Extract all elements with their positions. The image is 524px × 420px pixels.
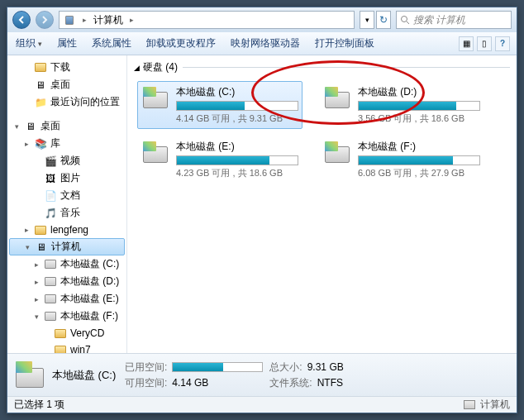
total-size-label: 总大小: bbox=[269, 360, 302, 375]
fld-icon bbox=[34, 61, 47, 74]
computer-icon bbox=[60, 13, 79, 26]
sidebar-item[interactable]: VeryCD bbox=[9, 325, 125, 341]
arrow-right-icon bbox=[40, 16, 49, 24]
used-space-bar bbox=[172, 362, 263, 372]
sidebar-item[interactable]: ▸📚库 bbox=[9, 135, 125, 152]
sidebar-item[interactable]: 🖥桌面 bbox=[9, 76, 125, 93]
drive-icon bbox=[141, 85, 169, 113]
sidebar-item-label: 下载 bbox=[50, 60, 70, 74]
breadcrumb-segment[interactable]: 计算机 bbox=[90, 13, 126, 27]
sidebar-item-label: 本地磁盘 (E:) bbox=[60, 292, 119, 306]
desk-icon: 🖥 bbox=[34, 79, 47, 92]
sidebar-item[interactable]: win7 bbox=[9, 341, 125, 353]
drive-subtext: 4.14 GB 可用 , 共 9.31 GB bbox=[176, 112, 298, 125]
sidebar-item[interactable]: 🎵音乐 bbox=[9, 204, 125, 222]
search-input[interactable]: 搜索 计算机 bbox=[396, 11, 512, 29]
chevron-right-icon: ▸ bbox=[79, 16, 90, 24]
sidebar-item[interactable]: ▾本地磁盘 (F:) bbox=[9, 308, 125, 325]
details-pane: 本地磁盘 (C:) 已用空间: 可用空间:4.14 GB 总大小:9.31 GB… bbox=[7, 353, 517, 396]
vid-icon: 🎬 bbox=[44, 155, 57, 168]
sidebar-item-label: 文档 bbox=[60, 189, 80, 203]
fld-icon bbox=[54, 343, 67, 353]
sidebar-item[interactable]: 📁最近访问的位置 bbox=[9, 93, 125, 111]
drive-icon bbox=[323, 140, 351, 168]
nav-forward-button[interactable] bbox=[36, 11, 54, 29]
sidebar-item-label: 音乐 bbox=[60, 206, 80, 220]
doc-icon: 📄 bbox=[44, 189, 57, 203]
drive-name: 本地磁盘 (C:) bbox=[176, 85, 298, 99]
drive-tile[interactable]: 本地磁盘 (E:)4.23 GB 可用 , 共 18.6 GB bbox=[137, 136, 302, 184]
toolbar: 组织 属性 系统属性 卸载或更改程序 映射网络驱动器 打开控制面板 ▦ ▯ ? bbox=[7, 32, 517, 55]
details-title: 本地磁盘 (C:) bbox=[52, 368, 118, 383]
help-button[interactable]: ? bbox=[495, 36, 510, 51]
expand-icon: ▸ bbox=[32, 278, 40, 286]
drive-name: 本地磁盘 (F:) bbox=[358, 140, 480, 154]
drive-name: 本地磁盘 (E:) bbox=[176, 140, 298, 154]
drv-icon bbox=[44, 275, 57, 289]
mus-icon: 🎵 bbox=[44, 207, 57, 220]
drive-usage-bar bbox=[176, 155, 298, 165]
drive-subtext: 3.56 GB 可用 , 共 18.6 GB bbox=[358, 112, 480, 125]
toolbar-map-network[interactable]: 映射网络驱动器 bbox=[229, 35, 302, 52]
drive-subtext: 4.23 GB 可用 , 共 18.6 GB bbox=[176, 167, 298, 179]
expand-icon: ▸ bbox=[22, 140, 31, 148]
breadcrumb[interactable]: ▸ 计算机 ▸ bbox=[59, 11, 355, 29]
drive-icon bbox=[14, 360, 45, 391]
sidebar-item-label: win7 bbox=[70, 344, 91, 353]
expand-icon: ▾ bbox=[23, 243, 31, 251]
sidebar-item[interactable]: ▾🖥桌面 bbox=[9, 117, 125, 135]
toolbar-properties[interactable]: 属性 bbox=[55, 35, 79, 52]
expand-icon: ▸ bbox=[22, 226, 31, 234]
nav-back-button[interactable] bbox=[12, 11, 31, 29]
sidebar-item-label: 桌面 bbox=[50, 78, 70, 92]
drive-usage-bar bbox=[358, 101, 480, 111]
sidebar-item-label: 本地磁盘 (D:) bbox=[60, 274, 119, 289]
refresh-button[interactable]: ↻ bbox=[376, 11, 391, 29]
sidebar-item[interactable]: ▸lengfeng bbox=[9, 222, 125, 238]
svg-point-0 bbox=[402, 17, 407, 22]
sidebar-item-label: 最近访问的位置 bbox=[50, 95, 120, 109]
toolbar-control-panel[interactable]: 打开控制面板 bbox=[313, 35, 376, 52]
filesystem-label: 文件系统: bbox=[269, 376, 312, 390]
sidebar-item-label: lengfeng bbox=[50, 224, 88, 236]
view-button[interactable]: ▦ bbox=[459, 36, 474, 51]
sidebar-item[interactable]: ▸本地磁盘 (C:) bbox=[9, 255, 125, 273]
drv-icon bbox=[44, 310, 57, 323]
free-space-value: 4.14 GB bbox=[172, 377, 208, 389]
drive-tile[interactable]: 本地磁盘 (C:)4.14 GB 可用 , 共 9.31 GB bbox=[137, 81, 302, 129]
used-space-label: 已用空间: bbox=[125, 360, 167, 375]
history-dropdown[interactable]: ▾ bbox=[360, 11, 374, 29]
expand-icon: ▾ bbox=[12, 122, 21, 131]
sidebar-item[interactable]: ▸本地磁盘 (D:) bbox=[9, 273, 125, 290]
drive-tile[interactable]: 本地磁盘 (D:)3.56 GB 可用 , 共 18.6 GB bbox=[319, 81, 484, 129]
arrow-left-icon bbox=[17, 16, 26, 24]
total-size-value: 9.31 GB bbox=[307, 361, 344, 373]
drive-icon bbox=[323, 85, 351, 113]
expand-icon: ▸ bbox=[32, 260, 40, 269]
status-right: 计算机 bbox=[480, 398, 510, 412]
toolbar-uninstall[interactable]: 卸载或更改程序 bbox=[145, 35, 217, 52]
collapse-icon: ◢ bbox=[134, 64, 140, 72]
fld-icon bbox=[54, 327, 67, 340]
group-header-drives[interactable]: ◢ 硬盘 (4) bbox=[134, 59, 510, 76]
computer-icon bbox=[464, 400, 475, 409]
sidebar-item[interactable] bbox=[9, 111, 125, 117]
lib-icon: 📚 bbox=[34, 137, 47, 150]
toolbar-organize[interactable]: 组织 bbox=[14, 35, 44, 52]
toolbar-system-properties[interactable]: 系统属性 bbox=[90, 35, 133, 52]
sidebar-item[interactable]: 🖼图片 bbox=[9, 169, 125, 187]
sidebar-item[interactable]: 📄文档 bbox=[9, 187, 125, 204]
chevron-right-icon: ▸ bbox=[126, 16, 137, 24]
sidebar-item[interactable]: ▸本地磁盘 (E:) bbox=[9, 290, 125, 308]
preview-pane-button[interactable]: ▯ bbox=[477, 36, 492, 51]
drv-icon bbox=[44, 258, 57, 271]
search-icon bbox=[400, 15, 410, 25]
sidebar-item-label: 图片 bbox=[60, 171, 80, 185]
sidebar-item-label: 桌面 bbox=[40, 119, 60, 133]
status-text: 已选择 1 项 bbox=[14, 398, 64, 412]
sidebar-item[interactable]: ▾🖥计算机 bbox=[9, 238, 125, 255]
sidebar-item[interactable]: 下载 bbox=[9, 59, 125, 76]
drive-tile[interactable]: 本地磁盘 (F:)6.08 GB 可用 , 共 27.9 GB bbox=[319, 136, 484, 184]
sidebar-item[interactable]: 🎬视频 bbox=[9, 152, 125, 169]
group-title: 硬盘 (4) bbox=[143, 60, 178, 74]
